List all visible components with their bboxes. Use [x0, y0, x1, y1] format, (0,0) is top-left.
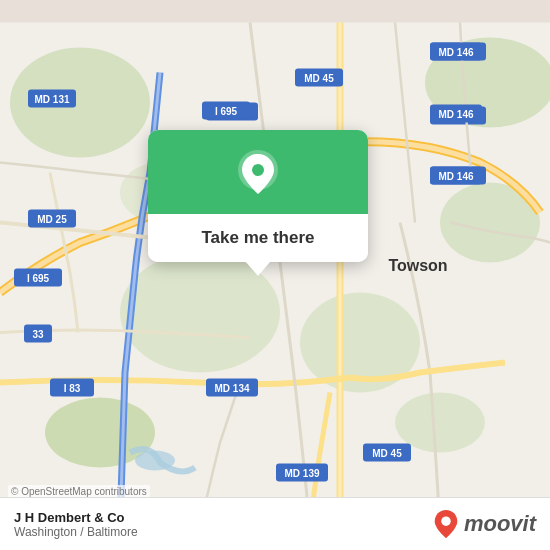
popup-green-header	[148, 130, 368, 214]
popup-card: Take me there	[148, 130, 368, 262]
location-sub: Washington / Baltimore	[14, 525, 138, 539]
svg-text:MD 146: MD 146	[438, 171, 473, 182]
svg-text:MD 146: MD 146	[438, 47, 473, 58]
location-name: J H Dembert & Co	[14, 510, 138, 525]
bottom-bar: J H Dembert & Co Washington / Baltimore …	[0, 497, 550, 550]
moovit-brand-text: moovit	[464, 511, 536, 537]
take-me-there-button[interactable]: Take me there	[148, 214, 368, 262]
svg-point-43	[252, 164, 264, 176]
svg-text:MD 146: MD 146	[438, 109, 473, 120]
svg-text:MD 45: MD 45	[304, 73, 334, 84]
svg-point-7	[395, 393, 485, 453]
svg-text:MD 131: MD 131	[34, 94, 69, 105]
svg-text:MD 25: MD 25	[37, 214, 67, 225]
location-pin-icon	[232, 148, 284, 200]
svg-point-9	[135, 451, 175, 471]
moovit-logo: moovit	[432, 508, 536, 540]
svg-text:Towson: Towson	[388, 257, 447, 274]
svg-point-44	[441, 516, 450, 525]
svg-text:33: 33	[32, 329, 44, 340]
svg-text:I 695: I 695	[27, 273, 50, 284]
svg-text:I 83: I 83	[64, 383, 81, 394]
bottom-bar-info: J H Dembert & Co Washington / Baltimore	[14, 510, 138, 539]
svg-text:MD 134: MD 134	[214, 383, 249, 394]
popup-tail	[246, 262, 270, 276]
svg-text:MD 45: MD 45	[372, 448, 402, 459]
svg-text:MD 139: MD 139	[284, 468, 319, 479]
svg-text:I 695: I 695	[215, 106, 238, 117]
map-container: MD 131 MD 25 I 695 I 695 MD 45 MD 146 MD…	[0, 0, 550, 550]
moovit-pin-icon	[432, 508, 460, 540]
